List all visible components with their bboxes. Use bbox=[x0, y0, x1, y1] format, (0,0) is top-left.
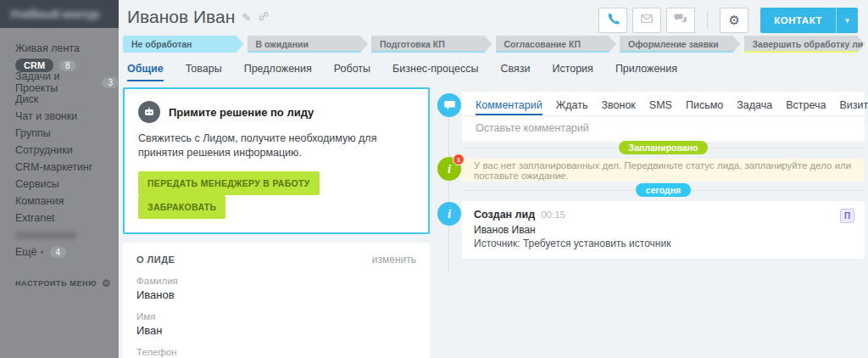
planned-badge-row: Запланировано bbox=[462, 141, 865, 154]
timeline-tabs: Комментарий Ждать Звонок SMS Письмо Зада… bbox=[462, 92, 865, 115]
contact-button-label[interactable]: КОНТАКТ bbox=[760, 8, 836, 33]
tab-sms[interactable]: SMS bbox=[649, 99, 672, 115]
avatar[interactable]: П bbox=[840, 209, 854, 223]
info-icon: i bbox=[437, 202, 461, 226]
entry-title: Создан лид bbox=[474, 209, 535, 221]
field-label-phone: Телефон bbox=[136, 347, 185, 357]
crm-counter-badge: 8 bbox=[59, 60, 76, 71]
field-label-firstname: Имя bbox=[136, 311, 416, 322]
stage-finish-lead[interactable]: Завершить обработку лида bbox=[744, 36, 865, 53]
tab-business-processes[interactable]: Бизнес-процессы bbox=[392, 63, 478, 81]
stage-not-processed[interactable]: Не обработан bbox=[123, 36, 244, 53]
planned-badge: Запланировано bbox=[619, 141, 709, 154]
more-counter-badge: 4 bbox=[50, 247, 67, 258]
workspace-logo[interactable]: Учебный контур bbox=[0, 0, 119, 28]
planned-info-icon: i 1 bbox=[437, 157, 461, 181]
timeline-line bbox=[448, 103, 449, 273]
lead-stage-bar: Не обработан В ожидании Подготовка КП Со… bbox=[123, 36, 865, 53]
comment-input[interactable]: Оставьте комментарий bbox=[462, 116, 865, 142]
timeline-composer-card: Комментарий Ждать Звонок SMS Письмо Зада… bbox=[462, 92, 865, 142]
reject-lead-button[interactable]: ЗАБРАКОВАТЬ bbox=[138, 195, 225, 219]
email-button[interactable] bbox=[632, 8, 661, 33]
tasks-counter-badge: 3 bbox=[102, 77, 119, 88]
tab-robots[interactable]: Роботы bbox=[334, 63, 370, 81]
tab-visit[interactable]: Визит bbox=[839, 99, 868, 115]
sidebar-item-employees[interactable]: Сотрудники bbox=[0, 142, 119, 159]
today-badge: сегодня bbox=[636, 183, 691, 197]
notification-count-badge: 1 bbox=[453, 154, 465, 165]
sidebar-item-crm-marketing[interactable]: CRM-маркетинг bbox=[0, 159, 119, 176]
decision-title: Примите решение по лиду bbox=[169, 106, 314, 119]
tab-general[interactable]: Общие bbox=[127, 63, 164, 81]
sidebar-item-groups[interactable]: Группы bbox=[0, 125, 119, 142]
about-lead-title: О ЛИДЕ bbox=[136, 255, 175, 265]
actions-divider bbox=[707, 11, 708, 30]
about-lead-card: О ЛИДЕ изменить Фамилия Иванов Имя Иван … bbox=[123, 243, 430, 358]
stage-quote-prep[interactable]: Подготовка КП bbox=[371, 36, 492, 53]
chat-button[interactable] bbox=[666, 8, 695, 33]
sidebar-menu: Живая лента CRM 8 Задачи и Проекты 3 Дис… bbox=[0, 40, 119, 260]
entry-source: Источник: Требуется установить источник bbox=[474, 238, 853, 249]
link-icon[interactable] bbox=[258, 10, 270, 25]
field-label-lastname: Фамилия bbox=[136, 276, 416, 286]
contact-split-button[interactable]: КОНТАКТ ▼ bbox=[760, 8, 858, 33]
sidebar-item-extranet[interactable]: Extranet bbox=[0, 210, 119, 227]
header-actions: ⚙ КОНТАКТ ▼ bbox=[593, 8, 858, 33]
tab-products[interactable]: Товары bbox=[186, 63, 222, 81]
decision-text: Свяжитесь с Лидом, получите необходимую … bbox=[138, 131, 415, 160]
tab-letter[interactable]: Письмо bbox=[686, 99, 723, 115]
chat-bubbles-icon bbox=[674, 12, 687, 29]
stage-quote-approval[interactable]: Согласование КП bbox=[496, 36, 617, 53]
settings-button[interactable]: ⚙ bbox=[720, 8, 748, 33]
page-header: Иванов Иван ✎ bbox=[127, 7, 270, 27]
comment-bubble-icon bbox=[437, 93, 461, 117]
edit-title-icon[interactable]: ✎ bbox=[242, 11, 251, 24]
sidebar-item-more[interactable]: Ещё ▾ 4 bbox=[0, 243, 119, 260]
lead-details-column: Примите решение по лиду Свяжитесь с Лидо… bbox=[123, 87, 430, 358]
field-value-lastname: Иванов bbox=[136, 288, 416, 301]
no-planned-activities-notice: У вас нет запланированных дел. Передвинь… bbox=[462, 159, 865, 182]
sidebar-item-blurred[interactable] bbox=[0, 227, 119, 243]
configure-menu-button[interactable]: НАСТРОИТЬ МЕНЮ ⚙ bbox=[15, 277, 111, 289]
stage-order-processing[interactable]: Оформление заявки bbox=[620, 36, 741, 53]
sidebar-item-chat[interactable]: Чат и звонки bbox=[0, 108, 119, 125]
tab-meeting[interactable]: Встреча bbox=[786, 99, 826, 115]
tab-applications[interactable]: Приложения bbox=[615, 63, 677, 81]
entry-time: 00:15 bbox=[541, 210, 565, 220]
workspace-logo-text: Учебный контур bbox=[10, 8, 99, 20]
tab-relations[interactable]: Связи bbox=[500, 63, 530, 81]
page-title: Иванов Иван bbox=[127, 7, 235, 27]
tab-wait[interactable]: Ждать bbox=[556, 99, 588, 115]
lead-decision-box: Примите решение по лиду Свяжитесь с Лидо… bbox=[123, 87, 430, 234]
sidebar-item-services[interactable]: Сервисы bbox=[0, 176, 119, 193]
entry-lead-name: Иванов Иван bbox=[474, 224, 853, 236]
field-value-firstname: Иван bbox=[136, 324, 416, 337]
tab-quotes[interactable]: Предложения bbox=[244, 63, 312, 81]
sidebar-item-company[interactable]: Компания bbox=[0, 193, 119, 210]
gear-icon: ⚙ bbox=[729, 13, 740, 28]
sidebar: Учебный контур Живая лента CRM 8 Задачи … bbox=[0, 0, 119, 358]
phone-icon bbox=[606, 12, 620, 29]
about-lead-edit-link[interactable]: изменить bbox=[372, 254, 416, 266]
assign-manager-button[interactable]: ПЕРЕДАТЬ МЕНЕДЖЕРУ В РАБОТУ bbox=[138, 171, 320, 195]
sidebar-item-live-feed[interactable]: Живая лента bbox=[0, 40, 119, 57]
tab-comment[interactable]: Комментарий bbox=[476, 99, 542, 115]
call-button[interactable] bbox=[598, 8, 627, 33]
today-badge-row: сегодня bbox=[462, 183, 865, 197]
tab-history[interactable]: История bbox=[552, 63, 593, 81]
envelope-icon bbox=[640, 12, 654, 29]
assistant-robot-icon bbox=[138, 101, 160, 123]
timeline-entry-lead-created[interactable]: Создан лид 00:15 Иванов Иван Источник: Т… bbox=[462, 201, 865, 259]
tab-task[interactable]: Задача bbox=[737, 99, 772, 115]
sidebar-item-tasks[interactable]: Задачи и Проекты 3 bbox=[0, 74, 119, 91]
lead-tabs: Общие Товары Предложения Роботы Бизнес-п… bbox=[127, 63, 677, 81]
stage-waiting[interactable]: В ожидании bbox=[248, 36, 369, 53]
gear-icon: ⚙ bbox=[102, 277, 111, 289]
contact-dropdown-arrow[interactable]: ▼ bbox=[836, 8, 858, 33]
tab-call[interactable]: Звонок bbox=[602, 99, 636, 115]
chevron-down-icon: ▾ bbox=[41, 249, 44, 256]
